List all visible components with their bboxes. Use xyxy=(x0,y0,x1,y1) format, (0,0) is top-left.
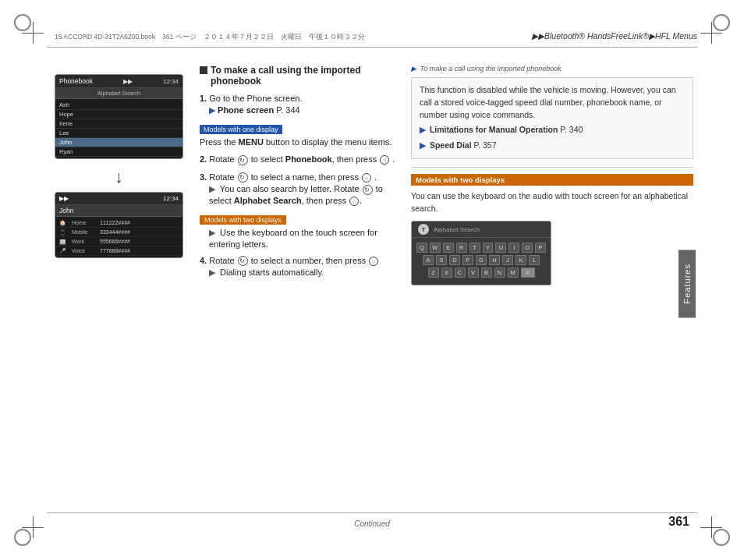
limitations-link-text: Limitations for Manual Operation xyxy=(430,125,558,134)
contact-label: Home xyxy=(72,220,100,225)
keyboard-row-2: A S D F G H J K L xyxy=(416,255,546,265)
key-d[interactable]: D xyxy=(449,255,460,265)
key-c[interactable]: C xyxy=(455,268,466,278)
limitations-page: P. 340 xyxy=(560,125,583,134)
key-z[interactable]: Z xyxy=(428,268,439,278)
left-column: Phonebook ▶▶ 12:34 Alphabet Search Ash H… xyxy=(51,58,187,509)
breadcrumb: ▶▶Bluetooth® HandsFreeLink®▶HFL Menus xyxy=(532,31,697,41)
key-b[interactable]: B xyxy=(481,268,492,278)
contact-item: 🏠 Home 111222#### xyxy=(55,218,182,228)
phone-list: Ash Hope Irene Lee John Ryan xyxy=(55,99,182,158)
step-4: 4. Rotate to select a number, then press… xyxy=(200,255,399,279)
key-n[interactable]: N xyxy=(494,268,505,278)
rotate-icon-3b xyxy=(363,185,373,195)
contact-item: 📱 Mobile 333444#### xyxy=(55,228,182,237)
note-arrow-icon: ▶ xyxy=(411,65,416,73)
models-two-displays-bar: Models with two displays xyxy=(411,174,693,186)
key-l[interactable]: L xyxy=(529,255,540,265)
key-s[interactable]: S xyxy=(436,255,447,265)
step-4-text-2: to select a number, then press xyxy=(251,256,368,265)
phone-screen-2-indicator: ▶▶ xyxy=(59,195,69,202)
note-header: ▶ To make a call using the imported phon… xyxy=(411,65,693,73)
page-number: 361 xyxy=(668,515,689,529)
key-o[interactable]: O xyxy=(522,243,533,253)
key-g[interactable]: G xyxy=(476,255,487,265)
continued-label: Continued xyxy=(0,519,744,528)
phone-search-bar: Alphabet Search xyxy=(55,88,182,99)
key-p[interactable]: P xyxy=(535,243,546,253)
step-1: 1. Go to the Phone screen. ▶ Phone scree… xyxy=(200,93,399,117)
models-two-display-section: Models with two displays ▶ Use the keybo… xyxy=(200,213,399,251)
step-1-link: Phone screen P. 344 xyxy=(218,105,300,115)
arrow-icon: ▶ xyxy=(209,105,215,115)
note-link-speeddial: ▶ Speed Dial P. 357 xyxy=(420,140,685,152)
voice-icon: 🎤 xyxy=(59,248,69,254)
step-2-text-2: to select Phonebook, then press xyxy=(251,154,379,164)
key-hash[interactable]: # xyxy=(521,268,535,278)
mobile-icon: 📱 xyxy=(59,229,69,236)
contact-item: 🏢 Work 555666#### xyxy=(55,237,182,246)
step-4-sub: ▶ Dialing starts automatically. xyxy=(200,267,399,278)
arrow-bullet: ▶ xyxy=(209,184,215,193)
list-item: Irene xyxy=(55,119,182,129)
key-y[interactable]: Y xyxy=(483,243,494,253)
step-4-text: Rotate xyxy=(209,256,236,265)
contact-label: Mobile xyxy=(72,229,100,235)
key-v[interactable]: V xyxy=(468,268,479,278)
key-w[interactable]: W xyxy=(430,243,441,253)
list-item: Hope xyxy=(55,110,182,119)
key-h[interactable]: H xyxy=(489,255,500,265)
link-arrow-icon: ▶ xyxy=(420,125,426,134)
main-content: Phonebook ▶▶ 12:34 Alphabet Search Ash H… xyxy=(51,58,693,509)
phone-screen-1-header: Phonebook ▶▶ 12:34 xyxy=(55,75,182,88)
section-title: To make a call using the imported phoneb… xyxy=(200,65,399,87)
press-icon-3: ○ xyxy=(362,173,371,183)
key-e[interactable]: E xyxy=(443,243,454,253)
key-a[interactable]: A xyxy=(423,255,434,265)
key-q[interactable]: Q xyxy=(416,243,427,253)
step-1-sub: ▶ Phone screen P. 344 xyxy=(200,105,399,116)
keyboard-screen: T Alphabet Search Q W E R T Y U I O P xyxy=(411,221,551,285)
list-item: Lee xyxy=(55,129,182,138)
contact-label: Voice xyxy=(72,248,100,253)
phone-screen-1-indicator: ▶▶ xyxy=(123,78,133,85)
contact-number: 555666#### xyxy=(100,239,130,244)
models-one-label: Models with one display xyxy=(200,125,282,134)
contact-number: 333444#### xyxy=(100,229,130,235)
speeddial-link-text: Speed Dial xyxy=(430,140,472,150)
key-m[interactable]: M xyxy=(508,268,519,278)
step-3: 3. Rotate to select a name, then press ○… xyxy=(200,172,399,207)
phone-screen-1: Phonebook ▶▶ 12:34 Alphabet Search Ash H… xyxy=(55,74,183,159)
key-i[interactable]: I xyxy=(508,243,519,253)
key-r[interactable]: R xyxy=(456,243,467,253)
header: ▶▶Bluetooth® HandsFreeLink®▶HFL Menus xyxy=(47,31,697,41)
rotate-icon xyxy=(238,155,248,165)
key-k[interactable]: K xyxy=(515,255,526,265)
keyboard-header: T Alphabet Search xyxy=(412,222,551,238)
note-body-text: This function is disabled while the vehi… xyxy=(420,85,676,119)
contact-label: Work xyxy=(72,239,100,244)
key-t[interactable]: T xyxy=(469,243,480,253)
keyboard-row-3: Z X C V B N M # xyxy=(416,268,546,278)
section-title-icon xyxy=(200,66,207,74)
key-u[interactable]: U xyxy=(495,243,506,253)
models-one-text: Press the MENU button to display the men… xyxy=(200,136,399,148)
key-f[interactable]: F xyxy=(462,255,473,265)
contact-number: 777888#### xyxy=(100,248,130,253)
key-j[interactable]: J xyxy=(502,255,513,265)
home-icon: 🏠 xyxy=(59,220,69,226)
models-two-text: ▶ Use the keyboard on the touch screen f… xyxy=(200,227,399,251)
step-2: 2. Rotate to select Phonebook, then pres… xyxy=(200,154,399,165)
phone-contact-list: 🏠 Home 111222#### 📱 Mobile 333444#### 🏢 … xyxy=(55,217,182,257)
press-icon-4: ○ xyxy=(369,257,378,266)
keyboard-title: Alphabet Search xyxy=(434,226,480,233)
phone-screen-2: ▶▶ 12:34 John 🏠 Home 111222#### 📱 Mobile… xyxy=(55,192,183,258)
note-box: This function is disabled while the vehi… xyxy=(411,77,693,159)
list-item: Ash xyxy=(55,101,182,110)
key-x[interactable]: X xyxy=(441,268,452,278)
list-item: Ryan xyxy=(55,147,182,157)
phone-screen-2-time: 12:34 xyxy=(163,195,179,202)
divider xyxy=(411,167,693,168)
step-3-sub: ▶ You can also search by letter. Rotate … xyxy=(200,183,399,207)
step-3-text: Rotate xyxy=(209,172,236,182)
